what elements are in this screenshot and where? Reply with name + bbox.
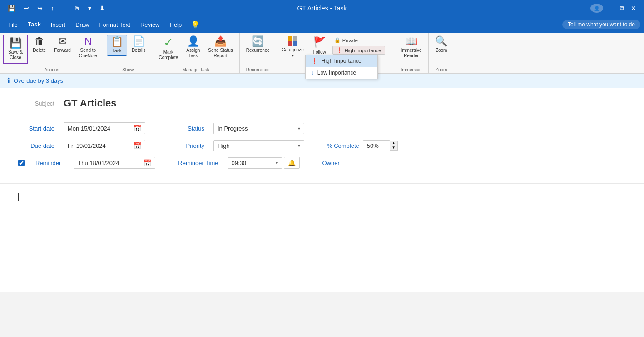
priority-label: Priority (168, 142, 204, 149)
status-label: Status (168, 125, 204, 132)
menu-task[interactable]: Task (23, 19, 45, 30)
assign-task-icon: 👤 (187, 36, 199, 46)
task-form: Subject GT Articles Start date Mon 15/01… (0, 88, 644, 183)
assign-task-label: AssignTask (186, 48, 200, 59)
zoom-buttons: 🔍 Zoom (431, 35, 451, 66)
qab-up[interactable]: ↑ (49, 4, 56, 13)
start-date-input[interactable]: Mon 15/01/2024 📅 (64, 122, 145, 134)
high-importance-label: High Importance (345, 48, 381, 53)
reminder-calendar-icon: 📅 (144, 159, 151, 166)
percent-input[interactable]: 50% (363, 140, 390, 151)
task-button[interactable]: 📋 Task (107, 35, 127, 56)
delete-label: Delete (33, 48, 46, 53)
priority-value: High (218, 142, 230, 149)
quick-access-toolbar: 💾 ↩ ↪ ↑ ↓ 🖱 ▾ ⬇ (5, 4, 107, 13)
restore-button[interactable]: ⧉ (618, 4, 627, 13)
subject-value[interactable]: GT Articles (64, 97, 117, 109)
due-date-value: Fri 19/01/2024 (68, 142, 131, 149)
percent-complete-label: % Complete (327, 142, 359, 149)
owner-label: Owner (322, 160, 340, 166)
high-importance-button[interactable]: ❗ High Importance (332, 46, 386, 55)
assign-task-button[interactable]: 👤 AssignTask (183, 35, 203, 60)
lock-icon: 🔒 (334, 37, 341, 43)
text-cursor (18, 193, 19, 201)
text-body-area[interactable] (0, 184, 644, 229)
percent-down-button[interactable]: ▼ (390, 146, 397, 150)
qab-more[interactable]: ▾ (86, 4, 94, 13)
zoom-label: Zoom (431, 66, 451, 72)
delete-icon: 🗑 (35, 36, 45, 46)
reminder-checkbox[interactable] (18, 160, 25, 166)
categorize-button[interactable]: Categorize ▾ (279, 35, 306, 60)
qab-undo[interactable]: ↩ (21, 4, 31, 13)
status-select[interactable]: In Progress ▾ (213, 123, 304, 134)
immersive-label: Immersive (397, 66, 425, 72)
tell-me-input[interactable]: Tell me what you want to do (562, 20, 640, 29)
qab-redo[interactable]: ↪ (35, 4, 45, 13)
due-date-input[interactable]: Fri 19/01/2024 📅 (64, 140, 145, 151)
send-to-onenote-button[interactable]: N Send toOneNote (75, 35, 101, 60)
high-importance-popup-label: High Importance (322, 58, 362, 64)
save-close-button[interactable]: 💾 Save &Close (3, 35, 28, 64)
low-importance-item[interactable]: ↓ Low Importance (306, 67, 377, 79)
menu-help[interactable]: Help (165, 20, 187, 30)
send-status-icon: 📤 (214, 36, 227, 46)
mark-complete-label: MarkComplete (159, 50, 178, 60)
percent-complete-section: % Complete 50% ▲ ▼ (327, 140, 398, 151)
due-priority-row: Due date Fri 19/01/2024 📅 Priority High … (18, 140, 626, 151)
recurrence-icon: 🔄 (252, 36, 264, 46)
forward-button[interactable]: ✉ Forward (50, 35, 74, 55)
reminder-label: Reminder (35, 160, 61, 166)
status-value: In Progress (218, 125, 248, 132)
qab-down[interactable]: ↓ (60, 4, 68, 13)
reminder-bell-button[interactable]: 🔔 (284, 157, 300, 169)
percent-complete-control: 50% ▲ ▼ (363, 140, 398, 151)
actions-buttons: 💾 Save &Close 🗑 Delete ✉ Forward N Send … (3, 35, 101, 66)
title-bar: 💾 ↩ ↪ ↑ ↓ 🖱 ▾ ⬇ GT Articles - Task 👤 — ⧉… (0, 0, 644, 16)
private-label: Private (342, 38, 358, 43)
reminder-time-select[interactable]: 09:30 ▾ (228, 157, 282, 169)
categorize-icon (288, 36, 297, 46)
reminder-time-section: 09:30 ▾ 🔔 (228, 157, 300, 169)
delete-button[interactable]: 🗑 Delete (29, 35, 50, 55)
qab-customize[interactable]: ⬇ (97, 4, 107, 13)
qab-touch[interactable]: 🖱 (71, 4, 82, 13)
categorize-label: Categorize (282, 47, 303, 52)
subject-row: Subject GT Articles (18, 97, 626, 115)
immersive-reader-icon: 📖 (405, 36, 417, 46)
send-status-label: Send StatusReport (208, 48, 233, 59)
menu-format-text[interactable]: Format Text (94, 20, 134, 30)
task-label: Task (112, 48, 122, 54)
percent-spinner: ▲ ▼ (390, 141, 398, 151)
window-controls: 👤 — ⧉ ✕ (590, 4, 639, 13)
reminder-input[interactable]: Thu 18/01/2024 📅 (74, 157, 155, 169)
forward-icon: ✉ (59, 36, 67, 46)
priority-dropdown-arrow: ▾ (298, 143, 300, 148)
menu-file[interactable]: File (4, 20, 22, 30)
immersive-reader-label: ImmersiveReader (401, 48, 421, 59)
zoom-button[interactable]: 🔍 Zoom (431, 35, 451, 55)
status-dropdown-arrow: ▾ (298, 126, 300, 131)
actions-label: Actions (3, 66, 101, 72)
window-title: GT Articles - Task (297, 5, 347, 12)
save-close-icon: 💾 (10, 38, 22, 48)
menu-insert[interactable]: Insert (46, 20, 70, 30)
qab-save[interactable]: 💾 (5, 4, 18, 13)
immersive-reader-button[interactable]: 📖 ImmersiveReader (397, 35, 425, 60)
send-status-button[interactable]: 📤 Send StatusReport (204, 35, 236, 60)
percent-up-button[interactable]: ▲ (390, 141, 397, 146)
forward-label: Forward (54, 48, 71, 53)
mark-complete-button[interactable]: ✓ MarkComplete (155, 35, 182, 62)
priority-select[interactable]: High ▾ (213, 140, 304, 151)
menu-draw[interactable]: Draw (71, 20, 94, 30)
onenote-label: Send toOneNote (79, 48, 97, 59)
menu-review[interactable]: Review (136, 20, 164, 30)
percent-value: 50% (367, 142, 379, 149)
close-button[interactable]: ✕ (629, 4, 639, 13)
high-importance-item[interactable]: ❗ High Importance (306, 55, 377, 67)
details-button[interactable]: 📄 Details (128, 35, 149, 55)
start-status-row: Start date Mon 15/01/2024 📅 Status In Pr… (18, 122, 626, 134)
private-button[interactable]: 🔒 Private (332, 36, 386, 44)
minimize-button[interactable]: — (605, 4, 616, 13)
recurrence-button[interactable]: 🔄 Recurrence (243, 35, 273, 55)
